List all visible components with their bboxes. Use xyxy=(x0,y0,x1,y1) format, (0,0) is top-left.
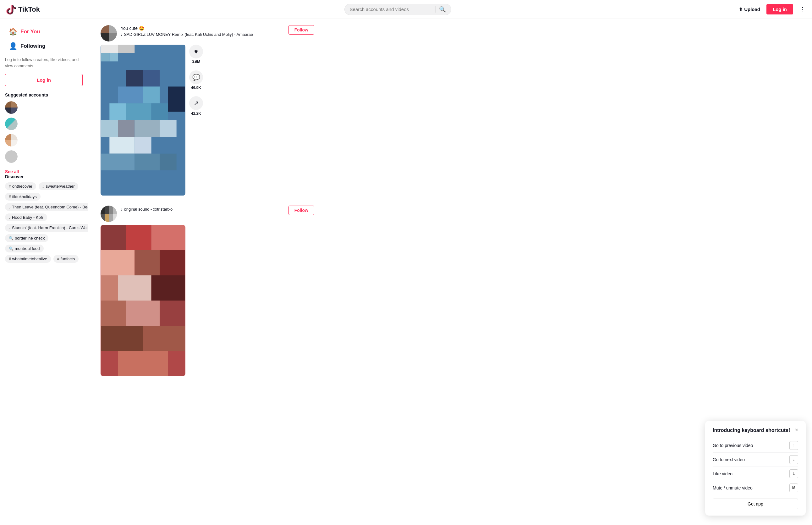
tag-label: montreal food xyxy=(15,246,40,251)
video-item: ♪ original sound - xxtristanxo Follow xyxy=(101,206,314,376)
video-meta: ♪ original sound - xxtristanxo xyxy=(121,206,285,212)
header-right: ⬆ Upload Log in ⋮ xyxy=(739,4,806,14)
sidebar-label-for-you: For You xyxy=(20,29,40,35)
main-layout: 🏠 For You 👤 Following Log in to follow c… xyxy=(0,19,812,525)
like-button[interactable]: ♥ 3.6M xyxy=(189,45,203,64)
see-all-button[interactable]: See all xyxy=(5,169,19,174)
tag-chip-tiktokholidays[interactable]: # tiktokholidays xyxy=(5,193,41,200)
svg-rect-9 xyxy=(109,103,126,120)
login-button[interactable]: Log in xyxy=(766,4,793,14)
video-header: You cute 🤩 ♪ SAD GIRLZ LUV MONEY Remix (… xyxy=(101,25,314,42)
svg-rect-27 xyxy=(135,250,159,275)
share-icon: ↗ xyxy=(189,96,203,110)
suggested-title: Suggested accounts xyxy=(5,92,83,97)
svg-rect-29 xyxy=(101,275,118,301)
svg-rect-23 xyxy=(101,225,126,250)
sidebar: 🏠 For You 👤 Following Log in to follow c… xyxy=(0,19,88,525)
svg-rect-5 xyxy=(126,70,143,87)
main-feed: You cute 🤩 ♪ SAD GIRLZ LUV MONEY Remix (… xyxy=(88,19,327,525)
video-sound: ♪ SAD GIRLZ LUV MONEY Remix (feat. Kali … xyxy=(121,32,285,37)
hashtag-icon: # xyxy=(9,195,11,199)
list-item[interactable] xyxy=(5,101,83,114)
tag-label: Then Leave (feat. Queendom Come) - Beat.… xyxy=(12,205,88,209)
more-options-button[interactable]: ⋮ xyxy=(799,6,806,13)
hashtag-icon: # xyxy=(57,257,59,261)
follow-button-video2[interactable]: Follow xyxy=(289,206,314,215)
svg-rect-25 xyxy=(152,225,185,250)
tag-chip-thenleave[interactable]: ♪ Then Leave (feat. Queendom Come) - Bea… xyxy=(5,203,88,211)
svg-rect-16 xyxy=(109,137,135,153)
shortcut-row-like: Like video L xyxy=(713,467,798,481)
tag-chip-montreal[interactable]: 🔍 montreal food xyxy=(5,244,44,252)
svg-rect-19 xyxy=(135,154,159,170)
svg-rect-4 xyxy=(109,53,118,62)
tag-chip-whattime[interactable]: # whatatimetobealive xyxy=(5,255,51,263)
share-button[interactable]: ↗ 42.2K xyxy=(189,96,203,116)
search-button[interactable]: 🔍 xyxy=(439,6,446,13)
svg-rect-17 xyxy=(135,137,151,153)
shortcut-label: Mute / unmute video xyxy=(713,485,753,491)
list-item[interactable] xyxy=(5,118,83,130)
video-frame xyxy=(101,45,185,196)
video-player-area: ♥ 3.6M 💬 46.9K ↗ 42.2K xyxy=(101,45,314,196)
svg-rect-20 xyxy=(159,154,176,170)
list-item[interactable] xyxy=(5,150,83,163)
svg-rect-14 xyxy=(135,120,159,137)
svg-rect-35 xyxy=(101,326,143,351)
svg-rect-24 xyxy=(126,225,152,250)
video-header: ♪ original sound - xxtristanxo Follow xyxy=(101,206,314,222)
svg-rect-33 xyxy=(126,301,160,326)
avatar xyxy=(101,25,117,42)
tag-label: whatatimetobealive xyxy=(12,256,47,261)
svg-rect-31 xyxy=(152,275,185,301)
tag-chip-onthecover[interactable]: # onthecover xyxy=(5,182,36,190)
like-count: 3.6M xyxy=(192,60,200,64)
avatar xyxy=(101,206,117,222)
tag-chip-stunnin[interactable]: ♪ Stunnin' (feat. Harm Franklin) - Curti… xyxy=(5,224,88,232)
svg-rect-18 xyxy=(101,154,135,170)
tag-label: tiktokholidays xyxy=(12,194,37,199)
list-item[interactable] xyxy=(5,134,83,147)
search-input[interactable] xyxy=(350,6,432,12)
svg-rect-15 xyxy=(159,120,176,137)
svg-rect-34 xyxy=(159,301,185,326)
shortcut-key: L xyxy=(790,469,798,478)
svg-rect-28 xyxy=(159,250,185,275)
sidebar-item-following[interactable]: 👤 Following xyxy=(5,40,83,53)
tag-chip-funfacts[interactable]: # funfacts xyxy=(53,255,79,263)
video-player-area xyxy=(101,225,314,376)
tiktok-logo-icon xyxy=(6,4,16,14)
svg-rect-2 xyxy=(118,45,135,53)
video-thumbnail[interactable] xyxy=(101,45,185,196)
upload-button[interactable]: ⬆ Upload xyxy=(739,6,760,12)
shortcut-row-next: Go to next video ↓ xyxy=(713,453,798,467)
shortcut-key: M xyxy=(790,483,798,492)
tag-chip-hoodbaby[interactable]: ♪ Hood Baby - Kbfr xyxy=(5,213,47,221)
sidebar-item-for-you[interactable]: 🏠 For You xyxy=(5,25,83,39)
video-actions: ♥ 3.6M 💬 46.9K ↗ 42.2K xyxy=(189,45,203,116)
svg-rect-11 xyxy=(152,103,168,120)
comment-count: 46.9K xyxy=(191,86,201,90)
discover-tags: # onthecover # sweaterweather # tiktokho… xyxy=(5,182,83,263)
shortcut-key: ↑ xyxy=(790,441,798,450)
svg-rect-1 xyxy=(101,45,118,53)
tag-label: onthecover xyxy=(12,184,32,189)
follow-button-video1[interactable]: Follow xyxy=(289,25,314,34)
comment-button[interactable]: 💬 46.9K xyxy=(189,71,203,90)
tag-label: Hood Baby - Kbfr xyxy=(12,215,43,220)
video-thumbnail-2[interactable] xyxy=(101,225,185,376)
get-app-button[interactable]: Get app xyxy=(713,499,798,509)
avatar xyxy=(5,118,18,130)
sound-icon: ♪ xyxy=(9,215,11,220)
keyboard-shortcuts-popup: Introducing keyboard shortcuts! × Go to … xyxy=(705,421,806,515)
close-popup-button[interactable]: × xyxy=(795,427,798,434)
header: TikTok 🔍 ⬆ Upload Log in ⋮ xyxy=(0,0,812,19)
tag-chip-borderline[interactable]: 🔍 borderline check xyxy=(5,234,48,242)
sidebar-login-button[interactable]: Log in xyxy=(5,74,83,86)
logo-area: TikTok xyxy=(6,4,57,14)
shortcut-row-prev: Go to previous video ↑ xyxy=(713,438,798,453)
tag-label: borderline check xyxy=(15,236,45,240)
tag-chip-sweaterweather[interactable]: # sweaterweather xyxy=(39,182,78,190)
svg-rect-3 xyxy=(101,53,110,62)
svg-rect-12 xyxy=(101,120,118,137)
